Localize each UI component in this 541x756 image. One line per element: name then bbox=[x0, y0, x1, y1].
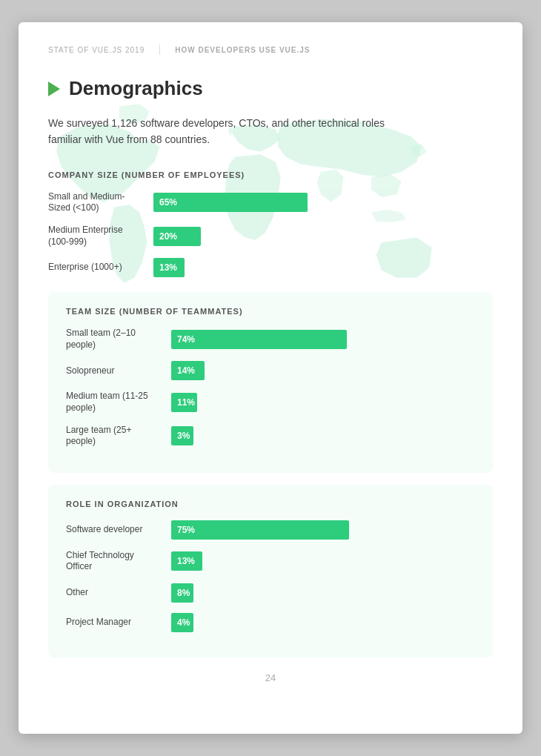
bar-fill: 13% bbox=[171, 551, 202, 571]
bar-percent: 13% bbox=[177, 556, 195, 566]
bar-container: 65% bbox=[153, 193, 493, 212]
bar-percent: 20% bbox=[159, 231, 177, 242]
bar-label: Solopreneur bbox=[66, 365, 162, 377]
bar-row: Enterprise (1000+)13% bbox=[48, 258, 493, 277]
bar-fill: 8% bbox=[171, 583, 193, 603]
bar-label: Chief Technology Officer bbox=[66, 550, 162, 573]
header-left: STATE OF VUE.JS 2019 bbox=[48, 46, 145, 54]
title-section: Demographics bbox=[48, 77, 493, 100]
bar-row: Small team (2–10 people)74% bbox=[66, 328, 475, 351]
role-bars: Software developer75%Chief Technology Of… bbox=[66, 520, 475, 632]
bar-fill: 65% bbox=[153, 193, 308, 212]
bar-percent: 74% bbox=[177, 334, 195, 345]
bar-percent: 8% bbox=[177, 588, 190, 598]
role-label: ROLE IN ORGANIZATION bbox=[66, 500, 475, 508]
bar-row: Project Manager4% bbox=[66, 613, 475, 632]
bar-fill: 75% bbox=[171, 520, 349, 540]
bar-fill: 3% bbox=[171, 426, 193, 445]
bar-container: 13% bbox=[153, 258, 493, 277]
bar-label: Large team (25+ people) bbox=[66, 425, 162, 448]
bar-row: Small and Medium-Sized (<100)65% bbox=[48, 191, 493, 214]
header-bar: STATE OF VUE.JS 2019 HOW DEVELOPERS USE … bbox=[48, 44, 493, 55]
bar-container: 14% bbox=[171, 361, 475, 380]
bar-container: 13% bbox=[171, 551, 475, 571]
bar-label: Enterprise (1000+) bbox=[48, 262, 145, 273]
bar-row: Medium Enterprise (100-999)20% bbox=[48, 225, 493, 248]
role-section: ROLE IN ORGANIZATION Software developer7… bbox=[48, 485, 493, 657]
bar-label: Other bbox=[66, 587, 162, 599]
team-size-bars: Small team (2–10 people)74%Solopreneur14… bbox=[66, 328, 475, 448]
description-text: We surveyed 1,126 software developers, C… bbox=[48, 115, 404, 148]
team-size-label: TEAM SIZE (NUMBER OF TEAMMATES) bbox=[66, 307, 475, 316]
bar-percent: 4% bbox=[177, 617, 190, 628]
bar-row: Other8% bbox=[66, 583, 475, 603]
bar-row: Medium team (11-25 people)11% bbox=[66, 391, 475, 414]
bar-label: Medium Enterprise (100-999) bbox=[48, 225, 145, 248]
bar-container: 74% bbox=[171, 330, 475, 349]
bar-fill: 11% bbox=[171, 393, 197, 412]
bar-percent: 14% bbox=[177, 365, 195, 376]
bar-row: Software developer75% bbox=[66, 520, 475, 540]
bar-label: Software developer bbox=[66, 524, 162, 536]
bar-label: Small team (2–10 people) bbox=[66, 328, 162, 351]
bar-label: Small and Medium-Sized (<100) bbox=[48, 191, 145, 214]
header-divider bbox=[159, 44, 160, 55]
bar-container: 20% bbox=[153, 227, 493, 246]
bar-fill: 74% bbox=[171, 330, 347, 349]
page-number: 24 bbox=[48, 672, 493, 683]
bar-fill: 13% bbox=[153, 258, 185, 277]
bar-fill: 14% bbox=[171, 361, 205, 380]
bar-container: 8% bbox=[171, 583, 475, 603]
bar-label: Medium team (11-25 people) bbox=[66, 391, 162, 414]
title-arrow-icon bbox=[48, 82, 60, 96]
bar-percent: 3% bbox=[177, 431, 190, 441]
page-container: STATE OF VUE.JS 2019 HOW DEVELOPERS USE … bbox=[19, 22, 522, 734]
bar-label: Project Manager bbox=[66, 617, 162, 629]
bar-percent: 65% bbox=[159, 197, 177, 208]
bar-fill: 4% bbox=[171, 613, 193, 632]
header-right: HOW DEVELOPERS USE VUE.JS bbox=[175, 46, 310, 54]
bar-container: 75% bbox=[171, 520, 475, 540]
bar-fill: 20% bbox=[153, 227, 201, 246]
bar-container: 4% bbox=[171, 613, 475, 632]
company-size-bars: Small and Medium-Sized (<100)65%Medium E… bbox=[48, 191, 493, 277]
bar-percent: 13% bbox=[159, 262, 177, 273]
bar-container: 3% bbox=[171, 426, 475, 445]
company-size-label: COMPANY SIZE (NUMBER OF EMPLOYEES) bbox=[48, 170, 493, 179]
bar-percent: 75% bbox=[177, 525, 195, 535]
bar-percent: 11% bbox=[177, 397, 195, 408]
team-size-section: TEAM SIZE (NUMBER OF TEAMMATES) Small te… bbox=[48, 292, 493, 473]
company-size-section: COMPANY SIZE (NUMBER OF EMPLOYEES) Small… bbox=[48, 170, 493, 277]
page-title: Demographics bbox=[69, 77, 203, 100]
bar-row: Solopreneur14% bbox=[66, 361, 475, 380]
bar-container: 11% bbox=[171, 393, 475, 412]
bar-row: Large team (25+ people)3% bbox=[66, 425, 475, 448]
bar-row: Chief Technology Officer13% bbox=[66, 550, 475, 573]
